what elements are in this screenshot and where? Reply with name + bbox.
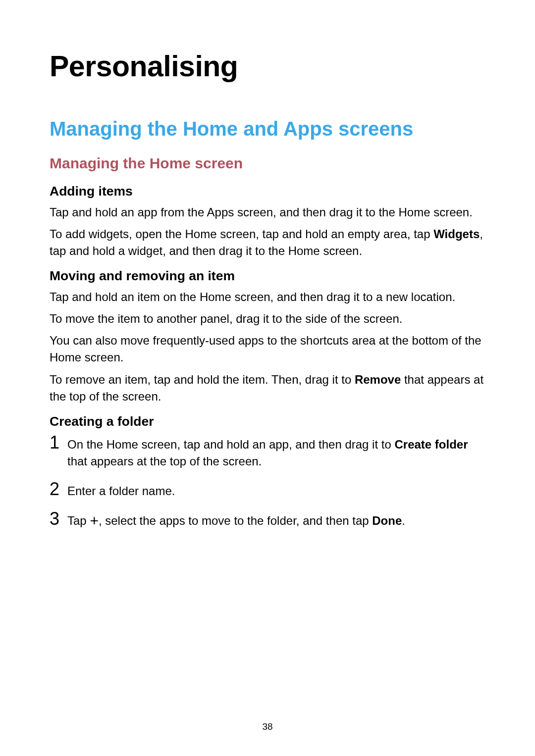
text-fragment: . (402, 514, 405, 527)
page-number: 38 (0, 721, 535, 732)
subsection-heading: Managing the Home screen (50, 155, 485, 172)
moving-items-heading: Moving and removing an item (50, 268, 485, 284)
step-item: 2 Enter a folder name. (50, 482, 485, 500)
step-item: 3 Tap +, select the apps to move to the … (50, 511, 485, 529)
adding-items-p1: Tap and hold an app from the Apps screen… (50, 204, 485, 221)
moving-items-p2: To move the item to another panel, drag … (50, 310, 485, 327)
step-number-2: 2 (50, 480, 67, 498)
create-folder-label: Create folder (394, 438, 468, 451)
adding-items-p2: To add widgets, open the Home screen, ta… (50, 226, 485, 259)
step-1-body: On the Home screen, tap and hold an app,… (67, 435, 485, 470)
text-fragment: , select the apps to move to the folder,… (99, 514, 372, 527)
page-title: Personalising (50, 50, 485, 83)
widgets-label: Widgets (433, 227, 480, 241)
step-number-1: 1 (50, 434, 67, 452)
text-fragment: that appears at the top of the screen. (67, 454, 262, 468)
section-heading: Managing the Home and Apps screens (50, 118, 485, 140)
text-fragment: Tap (67, 514, 90, 527)
step-item: 1 On the Home screen, tap and hold an ap… (50, 435, 485, 470)
step-2-body: Enter a folder name. (67, 482, 485, 500)
moving-items-p3: You can also move frequently-used apps t… (50, 332, 485, 366)
moving-items-p4: To remove an item, tap and hold the item… (50, 371, 485, 405)
text-fragment: On the Home screen, tap and hold an app,… (67, 438, 394, 451)
steps-list: 1 On the Home screen, tap and hold an ap… (50, 435, 485, 529)
plus-icon: + (90, 513, 99, 528)
text-fragment: To add widgets, open the Home screen, ta… (50, 227, 433, 241)
adding-items-heading: Adding items (50, 184, 485, 199)
step-number-3: 3 (50, 510, 67, 528)
moving-items-p1: Tap and hold an item on the Home screen,… (50, 289, 485, 305)
creating-folder-heading: Creating a folder (50, 414, 485, 429)
step-3-body: Tap +, select the apps to move to the fo… (67, 511, 485, 529)
text-fragment: To remove an item, tap and hold the item… (50, 373, 355, 386)
remove-label: Remove (355, 373, 401, 386)
manual-page: Personalising Managing the Home and Apps… (0, 0, 535, 756)
done-label: Done (372, 514, 402, 527)
